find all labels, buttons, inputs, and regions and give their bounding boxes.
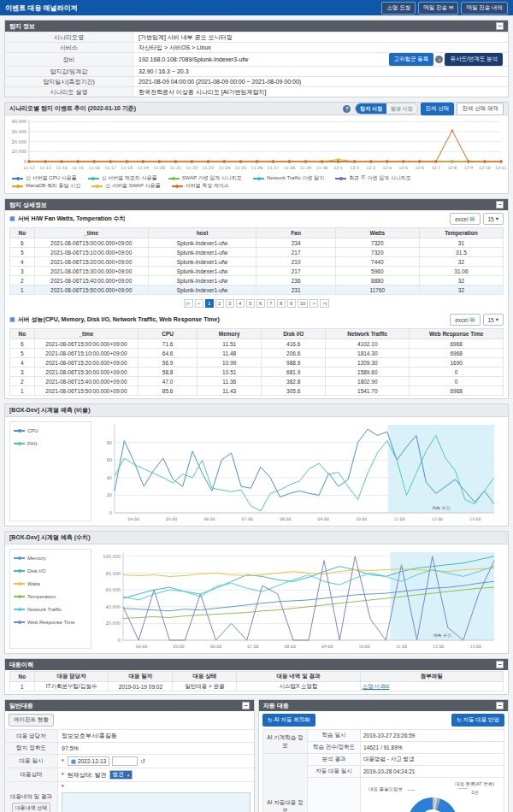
page-button[interactable]: 2 [215, 299, 224, 308]
detect-info-section: 탐지 정보 − 시나리오명 [가변임계] 서버 내부 공모 모니터링 서비스 자… [4, 20, 509, 97]
legend-item[interactable]: SWAP 가변 임계 시나리오 [168, 174, 242, 182]
reset-icon[interactable]: ↺ [140, 758, 145, 765]
svg-text:11-30: 11-30 [316, 166, 327, 170]
status-select[interactable]: 발견 ▾ [109, 770, 133, 780]
page-size-select[interactable]: 15 ▾ [483, 213, 504, 225]
svg-text:40,000: 40,000 [106, 604, 121, 609]
svg-text:07:00: 07:00 [242, 517, 253, 521]
page-button[interactable]: 9 [287, 299, 296, 308]
legend-item[interactable]: Network Traffic [14, 605, 87, 613]
table-cell: Splunk-Indexer1-ufw [148, 267, 256, 276]
legend-item[interactable]: Web Response Time [14, 618, 87, 626]
legend-swatch [12, 185, 23, 187]
page-button[interactable]: 1 [205, 299, 214, 308]
collapse-icon[interactable]: − [496, 702, 504, 709]
page-button[interactable]: 3 [226, 299, 234, 308]
svg-text:12-2: 12-2 [350, 166, 359, 170]
legend-item[interactable]: MariaDB 쿼리 응답 시간 [12, 182, 80, 190]
high-risk-register-button[interactable]: 고위험군 등록 [389, 53, 434, 66]
legend-item[interactable]: Disk I/O [14, 567, 87, 574]
page-button[interactable]: 4 [236, 299, 245, 308]
legend-item[interactable]: 신 서버별 SWAP 사용률 [91, 182, 160, 190]
analysis-result: 대응방법 - 사고 발생 [361, 754, 504, 766]
column-header: 대응 담당자 [34, 672, 109, 682]
chevron-down-icon: ▾ [127, 773, 130, 778]
ai-optimize-button[interactable]: ↻ AI 자동 최적화 [262, 714, 315, 727]
agent-status-button[interactable]: 에이전트 현황 [9, 714, 54, 727]
legend-label: FAN [27, 441, 38, 446]
column-header: Temperation [419, 228, 503, 238]
info-row-threshold: 탐지값/임계값 32.90 / 16.3 ~ 20.3 [5, 66, 508, 76]
page-button[interactable]: 10 [298, 299, 309, 308]
page-button[interactable]: 7 [267, 299, 275, 308]
collapse-icon[interactable]: − [496, 22, 504, 30]
trend-chart: 010,00020,00030,00040,00011-1211-1311-14… [5, 115, 508, 173]
page-size-select[interactable]: 15 ▾ [483, 314, 504, 326]
send-mail-button[interactable]: 메일 전송 ✉ [418, 2, 458, 15]
legend-item[interactable]: Network Traffic 가변 탐지 [253, 174, 324, 182]
table-cell: 1814.30 [326, 349, 410, 358]
explain-request-button[interactable]: 소명 요청 [381, 2, 416, 15]
legend-item[interactable]: 신 서버별 메모리 사용률 [88, 174, 157, 182]
hw-table-title: 서버 H/W Fan Watts, Temperation 수치 [18, 215, 451, 223]
chart-canvas: 02040608004:0005:0006:0007:0008:0009:001… [96, 421, 501, 523]
collapse-icon[interactable]: − [496, 201, 504, 209]
legend-item[interactable]: Watts [14, 580, 87, 587]
legend-item[interactable]: Temperation [14, 592, 87, 600]
svg-text:05:00: 05:00 [166, 517, 177, 521]
select-all-button[interactable]: 전체 선택 [421, 103, 455, 115]
page-button[interactable]: 6 [256, 299, 265, 308]
date-input[interactable]: ▦ 2022-12-13 [68, 756, 109, 766]
apply-auto-response-button[interactable]: ↻ 자동 대응 반영 [451, 714, 504, 727]
legend-item[interactable]: 최근 주 가변 임계 시나리오 [335, 174, 411, 182]
collapse-icon[interactable]: − [242, 702, 250, 709]
similarity-analysis-button[interactable]: 유사도/연계도 분석 [445, 53, 503, 66]
table-cell: 7440 [335, 257, 419, 267]
table-cell: 1802.90 [326, 377, 410, 386]
select-result-button[interactable]: 대응내역 선택 [12, 803, 51, 812]
page-button[interactable]: 5 [246, 299, 255, 308]
attachment-link[interactable]: 소명서.doc [360, 682, 503, 691]
mail-history-button[interactable]: 메일 전송 내역 [461, 2, 508, 15]
result-textarea[interactable] [62, 792, 251, 812]
legend-item[interactable]: 신 서버별 CPU 사용률 [12, 174, 77, 182]
svg-text:11-21: 11-21 [170, 166, 181, 170]
auto-response-panel: 자동 대응 − ↻ AI 자동 최적화 ↻ 자동 대응 반영 AI 기계학습 정… [258, 699, 509, 812]
table-cell: 시스템X 소명함 [237, 682, 360, 691]
legend-item[interactable]: FAN [14, 439, 87, 447]
time-input[interactable] [112, 756, 138, 766]
page-button[interactable]: |< [184, 299, 193, 308]
column-header: No [10, 329, 35, 339]
legend-item[interactable]: CPU [14, 427, 87, 434]
legend-item[interactable]: Memory [14, 554, 87, 562]
svg-text:11-27: 11-27 [268, 166, 279, 170]
excel-export-button[interactable]: excel ▤ [450, 314, 480, 326]
table-cell: 47.0 [139, 377, 198, 386]
table-cell: 6968 [410, 349, 504, 358]
table-cell: 11.48 [198, 349, 262, 358]
table-cell: 4102.10 [326, 339, 410, 349]
deselect-all-button[interactable]: 전체 선택 해제 [457, 103, 504, 115]
donut-label: 대응 불필요정보 [369, 786, 403, 792]
time-basis-toggle[interactable]: 탐지 시점 발생 시점 [355, 103, 417, 115]
column-header: Watts [335, 228, 419, 238]
page-button[interactable]: 8 [277, 299, 286, 308]
page-button[interactable]: > [310, 299, 318, 308]
page-button[interactable]: >| [320, 299, 329, 308]
excel-export-button[interactable]: excel ▤ [450, 213, 480, 225]
svg-text:12-4: 12-4 [383, 166, 392, 170]
toggle-occur-time[interactable]: 발생 시점 [386, 103, 417, 114]
legend-swatch [253, 178, 264, 179]
legend-item[interactable]: 서버별 확장 케이스 [172, 182, 229, 190]
hw-pagination: |<<12345678910>>| [5, 297, 508, 311]
trend-legend: 신 서버별 CPU 사용률신 서버별 메모리 사용률SWAP 가변 임계 시나리… [5, 173, 508, 193]
refresh-icon: ↻ [457, 717, 461, 724]
svg-text:11-24: 11-24 [219, 166, 230, 170]
collapse-icon[interactable]: − [496, 661, 504, 668]
data-table: No_timehostFanWattsTemperation62021-08-0… [9, 227, 504, 295]
help-icon[interactable]: ? [343, 105, 351, 113]
page-button[interactable]: < [195, 299, 203, 308]
table-cell: 231 [256, 285, 335, 295]
toggle-detect-time[interactable]: 탐지 시점 [356, 103, 386, 114]
table-cell: 일반대응 > 완결 [173, 682, 237, 691]
